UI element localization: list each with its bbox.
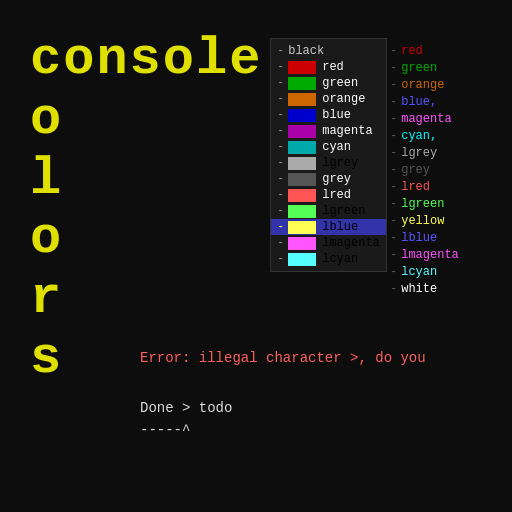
- right-label-lcyan: lcyan: [401, 265, 437, 279]
- right-label-lgreen: lgreen: [401, 197, 444, 211]
- dash: -: [277, 252, 284, 266]
- app-title: console o l o r s: [30, 30, 262, 389]
- swatch-magenta: [288, 125, 316, 138]
- right-row-lblue: - lblue: [390, 229, 459, 246]
- dash: -: [277, 220, 284, 234]
- color-label-cyan: cyan: [322, 140, 351, 154]
- color-label-lred: lred: [322, 188, 351, 202]
- done-line: Done > todo: [140, 400, 232, 416]
- title-line-3: l: [30, 150, 262, 210]
- color-row-red: - red: [271, 59, 386, 75]
- dash: -: [277, 172, 284, 186]
- color-row-lcyan: - lcyan: [271, 251, 386, 267]
- right-label-blue: blue,: [401, 95, 437, 109]
- dash: -: [277, 92, 284, 106]
- swatch-lmagenta: [288, 237, 316, 250]
- color-label-lcyan: lcyan: [322, 252, 358, 266]
- swatch-lred: [288, 189, 316, 202]
- right-row-lmagenta: - lmagenta: [390, 246, 459, 263]
- right-row-magenta: - magenta: [390, 110, 459, 127]
- swatch-grey: [288, 173, 316, 186]
- right-label-lred: lred: [401, 180, 430, 194]
- right-label-orange: orange: [401, 78, 444, 92]
- color-label-lgreen: lgreen: [322, 204, 365, 218]
- dash: -: [277, 60, 284, 74]
- right-label-magenta: magenta: [401, 112, 451, 126]
- title-line-5: r: [30, 269, 262, 329]
- color-label-black: black: [288, 44, 324, 58]
- right-row-grey: - grey: [390, 161, 459, 178]
- right-row-lred: - lred: [390, 178, 459, 195]
- right-row-lcyan: - lcyan: [390, 263, 459, 280]
- color-table-left: - black - red - green - orange - blue - …: [270, 38, 387, 272]
- right-row-blue: - blue,: [390, 93, 459, 110]
- color-label-green: green: [322, 76, 358, 90]
- color-row-cyan: - cyan: [271, 139, 386, 155]
- right-label-green: green: [401, 61, 437, 75]
- swatch-green: [288, 77, 316, 90]
- color-row-blue: - blue: [271, 107, 386, 123]
- dash: -: [277, 44, 284, 58]
- right-row-green: - green: [390, 59, 459, 76]
- title-line-1: console: [30, 30, 262, 90]
- swatch-lgreen: [288, 205, 316, 218]
- swatch-lblue-hl: [288, 221, 316, 234]
- right-label-cyan: cyan,: [401, 129, 437, 143]
- swatch-cyan: [288, 141, 316, 154]
- dash: -: [277, 156, 284, 170]
- color-row-lred: - lred: [271, 187, 386, 203]
- dash: -: [277, 124, 284, 138]
- swatch-blue: [288, 109, 316, 122]
- color-row-lblue-highlight: - lblue: [271, 219, 386, 235]
- color-row-lgreen: - lgreen: [271, 203, 386, 219]
- dash: -: [277, 76, 284, 90]
- color-row-magenta: - magenta: [271, 123, 386, 139]
- title-line-4: o: [30, 209, 262, 269]
- dash: -: [277, 108, 284, 122]
- dash: -: [277, 140, 284, 154]
- right-row-cyan: - cyan,: [390, 127, 459, 144]
- right-row-lgreen: - lgreen: [390, 195, 459, 212]
- color-label-lgrey: lgrey: [322, 156, 358, 170]
- right-label-lgrey: lgrey: [401, 146, 437, 160]
- color-row-lgrey: - lgrey: [271, 155, 386, 171]
- color-label-lmagenta: lmagenta: [322, 236, 380, 250]
- right-label-lmagenta: lmagenta: [401, 248, 459, 262]
- color-row-orange: - orange: [271, 91, 386, 107]
- right-label-white: white: [401, 282, 437, 296]
- title-line-2: o: [30, 90, 262, 150]
- swatch-red: [288, 61, 316, 74]
- right-label-yellow: yellow: [401, 214, 444, 228]
- dash: -: [277, 204, 284, 218]
- color-label-red: red: [322, 60, 344, 74]
- color-label-grey: grey: [322, 172, 351, 186]
- color-row-black: - black: [271, 43, 386, 59]
- dash: -: [277, 236, 284, 250]
- color-label-magenta: magenta: [322, 124, 372, 138]
- color-label-lblue-hl: lblue: [322, 220, 358, 234]
- right-row-lgrey: - lgrey: [390, 144, 459, 161]
- right-row-orange: - orange: [390, 76, 459, 93]
- swatch-lcyan: [288, 253, 316, 266]
- color-label-orange: orange: [322, 92, 365, 106]
- right-row-red: - red: [390, 42, 459, 59]
- underline-line: -----^: [140, 422, 190, 438]
- right-row-yellow: - yellow: [390, 212, 459, 229]
- error-message: Error: illegal character >, do you: [140, 350, 426, 366]
- color-row-grey: - grey: [271, 171, 386, 187]
- right-row-white: - white: [390, 280, 459, 297]
- right-label-grey: grey: [401, 163, 430, 177]
- color-label-blue: blue: [322, 108, 351, 122]
- swatch-lgrey: [288, 157, 316, 170]
- color-table-right: - red - green - orange - blue, - magenta…: [390, 38, 459, 301]
- color-row-green: - green: [271, 75, 386, 91]
- color-row-lmagenta: - lmagenta: [271, 235, 386, 251]
- swatch-orange: [288, 93, 316, 106]
- right-label-lblue: lblue: [401, 231, 437, 245]
- dash: -: [277, 188, 284, 202]
- right-label-red: red: [401, 44, 423, 58]
